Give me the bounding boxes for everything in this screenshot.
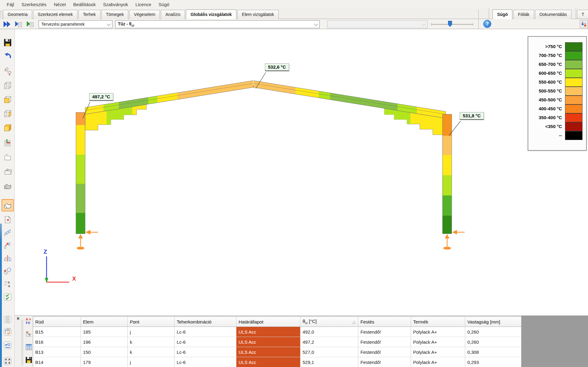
column-header-0[interactable]: Rúd	[33, 317, 81, 327]
temp-label-left-eave[interactable]: 497,2 °C	[89, 93, 113, 101]
table-cell[interactable]: Polylack A+	[411, 327, 465, 337]
tool-undo-button[interactable]	[2, 51, 13, 62]
panel-tool-sort-av-button[interactable]: AV	[24, 316, 33, 325]
table-cell[interactable]: 0,260	[465, 327, 522, 337]
menu-item-0[interactable]: Fájl	[3, 1, 18, 8]
column-header-6[interactable]: Festés	[358, 317, 411, 327]
tool-solid-outline-button[interactable]	[2, 166, 13, 176]
tool-mirror-button[interactable]	[2, 253, 13, 263]
tab-main-1[interactable]: Szerkezeti elemek	[33, 10, 77, 19]
tool-view-front-face-button[interactable]	[2, 94, 13, 105]
tool-select-check-button[interactable]	[2, 292, 13, 302]
table-cell[interactable]: 179	[81, 357, 128, 367]
table-cell[interactable]: Polylack A+	[411, 357, 465, 367]
tab-main-5[interactable]: Analízis	[161, 10, 185, 19]
tool-grid-button[interactable]	[2, 137, 13, 148]
table-cell[interactable]: Polylack A+	[411, 347, 465, 357]
help-button[interactable]: ?	[483, 20, 491, 28]
table-cell[interactable]: Festendő!	[358, 347, 411, 357]
menu-item-3[interactable]: Beállítások	[70, 1, 99, 8]
table-cell[interactable]: k	[128, 347, 175, 357]
tool-select-list-button[interactable]	[2, 340, 13, 350]
tool-rename-button[interactable]: aa	[2, 278, 13, 289]
column-header-2[interactable]: Pont	[128, 317, 175, 327]
table-row[interactable]: B15185jLc-6ULS Acc492,0Festendő!Polylack…	[33, 327, 522, 337]
tool-copy-shapes-button[interactable]	[2, 227, 13, 238]
table-cell[interactable]: 185	[81, 327, 128, 337]
menu-item-2[interactable]: Nézet	[50, 1, 70, 8]
tool-scale-button[interactable]	[2, 266, 13, 276]
table-row[interactable]: B13150kLc-6ULS Acc527,0Festendő!Polylack…	[33, 347, 522, 357]
table-row[interactable]: B16196kLc-6ULS Acc497,2Festendő!Polylack…	[33, 337, 522, 347]
model-canvas[interactable]: Z X 497,2 °C 532,6 °C 531,8 °C	[15, 29, 588, 316]
table-cell[interactable]: ULS Acc	[236, 327, 300, 337]
tool-move-shape-button[interactable]	[2, 240, 13, 251]
table-cell[interactable]: 529,1	[300, 357, 358, 367]
table-cell[interactable]: B15	[33, 327, 81, 337]
tool-view-solid-button[interactable]	[2, 123, 13, 133]
table-cell[interactable]: 0,308	[465, 347, 522, 357]
result-type-combo[interactable]: Tűz - θcr	[115, 20, 320, 28]
sort-arrows-button[interactable]	[580, 20, 588, 28]
temp-label-apex[interactable]: 532,6 °C	[265, 63, 289, 71]
left-column[interactable]	[76, 112, 85, 234]
tool-save-button[interactable]	[2, 37, 13, 48]
table-cell[interactable]: 492,0	[300, 327, 358, 337]
sort-ascending-icon[interactable]: △	[352, 320, 356, 324]
table-cell[interactable]: B14	[33, 357, 81, 367]
table-cell[interactable]: 150	[81, 347, 128, 357]
tab-right-1[interactable]: Fóliák	[513, 10, 534, 19]
scale-slider-thumb[interactable]	[448, 21, 452, 27]
tab-main-7[interactable]: Elem vizsgálatok	[237, 10, 279, 19]
table-cell[interactable]: 527,0	[300, 347, 358, 357]
tab-main-6[interactable]: Globális vizsgálatok	[186, 9, 236, 19]
tool-solid-white-button[interactable]	[2, 199, 14, 211]
table-cell[interactable]: Polylack A+	[411, 337, 465, 347]
column-header-1[interactable]: Elem	[81, 317, 128, 327]
temp-label-right-eave[interactable]: 531,8 °C	[460, 112, 484, 120]
table-cell[interactable]: ULS Acc	[236, 347, 300, 357]
table-cell[interactable]: 0,260	[465, 337, 522, 347]
column-header-7[interactable]: Termék	[411, 317, 465, 327]
menu-item-5[interactable]: Licence	[132, 1, 155, 8]
table-cell[interactable]: Lc-6	[175, 357, 236, 367]
panel-tool-result-curve-button[interactable]	[24, 330, 33, 338]
panel-splitter[interactable]	[21, 320, 23, 365]
table-cell[interactable]: 497,2	[300, 337, 358, 347]
run-export-button[interactable]	[26, 20, 35, 28]
tool-fit-view-button[interactable]	[2, 356, 13, 366]
column-header-8[interactable]: Vastagság [mm]	[465, 317, 522, 327]
table-cell[interactable]: B13	[33, 347, 81, 357]
panel-tool-save-table-button[interactable]	[24, 356, 33, 364]
table-cell[interactable]: k	[128, 337, 175, 347]
table-cell[interactable]: Festendő!	[358, 327, 411, 337]
tab-main-0[interactable]: Geometria	[3, 10, 32, 19]
tab-main-3[interactable]: Tömegek	[101, 10, 128, 19]
tab-main-4[interactable]: Végeselem	[129, 10, 160, 19]
table-cell[interactable]: j	[128, 327, 175, 337]
table-cell[interactable]: ULS Acc	[236, 337, 300, 347]
scale-slider-track[interactable]	[431, 24, 473, 25]
design-parameters-combo[interactable]: Tervezési paraméterek	[39, 20, 112, 28]
tool-export-doc-button[interactable]	[2, 214, 13, 225]
table-cell[interactable]: Festendő!	[358, 337, 411, 347]
table-cell[interactable]: j	[128, 357, 175, 367]
table-cell[interactable]: Lc-6	[175, 327, 236, 337]
menu-item-4[interactable]: Szabványok	[99, 1, 132, 8]
table-cell[interactable]: Lc-6	[175, 347, 236, 357]
right-rafter[interactable]	[253, 81, 446, 118]
menu-item-1[interactable]: Szerkesztés	[18, 1, 50, 8]
results-table[interactable]: RúdElemPontTeherkombinációHatárállapotθc…	[33, 316, 522, 367]
right-column[interactable]	[443, 114, 452, 234]
column-header-3[interactable]: Teherkombináció	[175, 317, 236, 327]
table-cell[interactable]: ULS Acc	[236, 357, 300, 367]
tool-view-half-solid-button[interactable]	[2, 108, 13, 119]
tool-move-axes-button[interactable]: yx	[2, 66, 13, 77]
table-cell[interactable]: 0,293	[465, 357, 522, 367]
tab-main-2[interactable]: Terhek	[78, 10, 100, 19]
panel-tool-table-button[interactable]	[24, 343, 33, 351]
menu-item-6[interactable]: Súgó	[155, 1, 173, 8]
column-header-4[interactable]: Határállapot	[236, 317, 300, 327]
tab-partial-right[interactable]: T	[577, 10, 588, 19]
run-report-button[interactable]	[14, 20, 23, 28]
